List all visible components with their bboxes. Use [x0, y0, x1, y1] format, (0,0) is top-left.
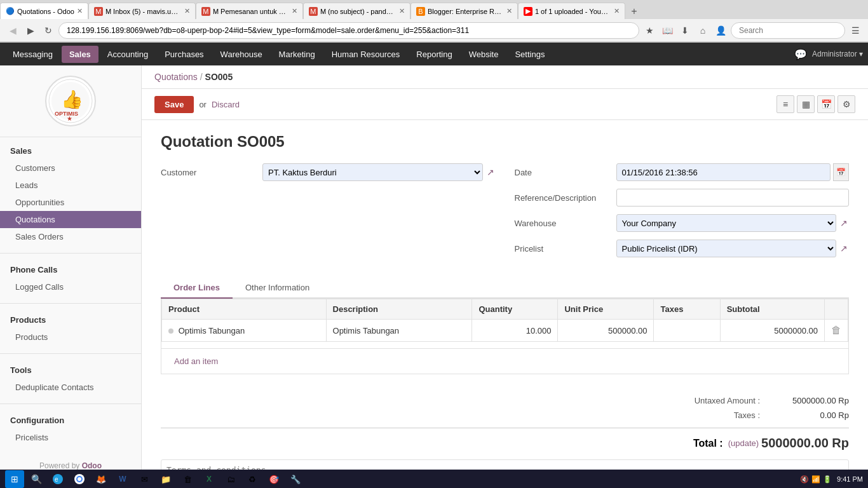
taskbar-excel[interactable]: X [200, 470, 219, 488]
taskbar-file-mgr[interactable]: 🗂 [221, 470, 240, 488]
taskbar-mozilla[interactable]: 🦊 [92, 470, 111, 488]
taskbar-chrome[interactable] [70, 470, 89, 488]
sidebar-item-logged-calls[interactable]: Logged Calls [0, 278, 141, 295]
nav-sales[interactable]: Sales [62, 46, 98, 63]
total-update-link[interactable]: (update) [728, 438, 759, 448]
nav-website[interactable]: Website [461, 46, 506, 63]
chat-icon[interactable]: 💬 [794, 48, 807, 60]
customer-external-link[interactable]: ↗ [485, 166, 496, 179]
nav-messaging[interactable]: Messaging [5, 46, 60, 63]
sidebar-section-phone-calls: Phone Calls Logged Calls [0, 256, 141, 301]
pricelist-external-link[interactable]: ↗ [839, 242, 849, 255]
add-item-row: Add an item [161, 348, 848, 374]
taskbar-search[interactable]: 🔍 [27, 470, 46, 488]
date-input[interactable] [616, 163, 831, 181]
user-menu[interactable]: Administrator ▾ [812, 50, 863, 58]
sidebar-item-sales-orders[interactable]: Sales Orders [0, 228, 141, 245]
col-description: Description [326, 299, 472, 320]
warehouse-select[interactable]: Your Company [616, 214, 837, 232]
sidebar-item-leads[interactable]: Leads [0, 177, 141, 194]
nav-warehouse[interactable]: Warehouse [213, 46, 270, 63]
sidebar-section-title-configuration: Configuration [0, 412, 141, 429]
browser-search-input[interactable] [731, 22, 845, 39]
sidebar-section-title-tools: Tools [0, 362, 141, 379]
bookmark-button[interactable]: ★ [642, 23, 657, 38]
tab-gmail-2[interactable]: M M Pemesanan untuk buka-... ✕ [196, 3, 303, 19]
download-button[interactable]: ⬇ [677, 23, 693, 38]
taskbar-word[interactable]: W [113, 470, 132, 488]
menu-button[interactable]: ☰ [848, 23, 863, 38]
untaxed-value: 5000000.00 Rp [773, 396, 849, 405]
taskbar-app1[interactable]: 🎯 [264, 470, 283, 488]
sidebar-item-pricelists[interactable]: Pricelists [0, 429, 141, 446]
cell-description: Optimis Tabungan [326, 320, 472, 342]
taskbar-trash[interactable]: 🗑 [178, 470, 197, 488]
taskbar-mail[interactable]: ✉ [135, 470, 154, 488]
tab-close-blogger[interactable]: ✕ [506, 7, 512, 15]
taskbar-folder[interactable]: 📁 [156, 470, 175, 488]
odoo-brand: Odoo [82, 461, 102, 470]
tab-close-gmail[interactable]: ✕ [184, 7, 190, 15]
tab-close-youtube[interactable]: ✕ [614, 7, 620, 15]
address-bar[interactable] [58, 22, 639, 39]
nav-accounting[interactable]: Accounting [100, 46, 156, 63]
browser-chrome: 🔵 Quotations - Odoo ✕ M M Inbox (5) - ma… [0, 0, 868, 43]
nav-marketing[interactable]: Marketing [271, 46, 323, 63]
reader-button[interactable]: 📖 [660, 23, 675, 38]
tab-blogger[interactable]: B Blogger: Enterprise Res... ✕ [410, 3, 518, 19]
discard-button[interactable]: Discard [212, 100, 240, 109]
tab-youtube[interactable]: ▶ 1 of 1 uploaded - YouTu... ✕ [518, 3, 625, 19]
nav-purchases[interactable]: Purchases [157, 46, 211, 63]
calendar-view-button[interactable]: 📅 [817, 95, 835, 113]
date-calendar-button[interactable]: 📅 [833, 163, 849, 181]
sidebar-item-deduplicate[interactable]: Deduplicate Contacts [0, 379, 141, 396]
form-view-button[interactable]: ▦ [797, 95, 815, 113]
taskbar-ie[interactable]: e [48, 470, 67, 488]
tab-title-gmail2: M Pemesanan untuk buka-... [213, 8, 289, 15]
graph-view-button[interactable]: ⚙ [837, 95, 855, 113]
browser-tabs: 🔵 Quotations - Odoo ✕ M M Inbox (5) - ma… [0, 0, 868, 19]
list-view-button[interactable]: ≡ [776, 95, 794, 113]
tab-close-button[interactable]: ✕ [77, 7, 83, 15]
profile-button[interactable]: 👤 [713, 23, 728, 38]
sidebar-item-customers[interactable]: Customers [0, 159, 141, 177]
save-button[interactable]: Save [154, 96, 194, 113]
sidebar-item-quotations[interactable]: Quotations [0, 211, 141, 228]
sidebar-item-opportunities[interactable]: Opportunities [0, 194, 141, 211]
clock: 9:41 PM [837, 475, 863, 483]
terms-textarea[interactable] [161, 459, 849, 470]
tab-order-lines[interactable]: Order Lines [161, 278, 233, 299]
start-button[interactable]: ⊞ [5, 470, 24, 488]
warehouse-external-link[interactable]: ↗ [839, 217, 849, 229]
tab-title-blogger: Blogger: Enterprise Res... [428, 8, 504, 15]
reference-input[interactable] [616, 189, 850, 207]
cell-product: Optimis Tabungan [162, 320, 327, 342]
sidebar-item-products[interactable]: Products [0, 329, 141, 346]
nav-hr[interactable]: Human Resources [324, 46, 408, 63]
tab-close-gmail2[interactable]: ✕ [292, 7, 297, 15]
pricelist-select[interactable]: Public Pricelist (IDR) [616, 240, 837, 257]
tab-close-gmail3[interactable]: ✕ [399, 7, 405, 15]
battery-icon[interactable]: 🔋 [823, 475, 832, 484]
volume-icon[interactable]: 🔇 [800, 475, 809, 484]
forward-button[interactable]: ▶ [23, 23, 38, 38]
tab-favicon-gmail: M [94, 7, 103, 16]
back-button[interactable]: ◀ [5, 23, 20, 38]
tab-quotations-odoo[interactable]: 🔵 Quotations - Odoo ✕ [0, 3, 88, 19]
customer-select[interactable]: PT. Kaktus Berduri [262, 163, 483, 181]
network-icon[interactable]: 📶 [811, 475, 820, 484]
nav-reporting[interactable]: Reporting [409, 46, 459, 63]
taskbar-app2[interactable]: 🔧 [286, 470, 305, 488]
taskbar-recycle[interactable]: ♻ [243, 470, 262, 488]
tab-other-information[interactable]: Other Information [233, 278, 322, 299]
breadcrumb-parent[interactable]: Quotations [154, 72, 198, 82]
svg-point-9 [78, 477, 81, 481]
tab-gmail-inbox[interactable]: M M Inbox (5) - mavis.uperp... ✕ [88, 3, 196, 19]
nav-settings[interactable]: Settings [507, 46, 552, 63]
delete-row-button[interactable]: 🗑 [831, 325, 841, 336]
add-item-link[interactable]: Add an item [168, 353, 224, 370]
new-tab-button[interactable]: + [627, 4, 642, 19]
home-button[interactable]: ⌂ [695, 23, 710, 38]
reload-button[interactable]: ↻ [41, 23, 56, 38]
tab-gmail-3[interactable]: M M (no subject) - panduhu... ✕ [303, 3, 410, 19]
